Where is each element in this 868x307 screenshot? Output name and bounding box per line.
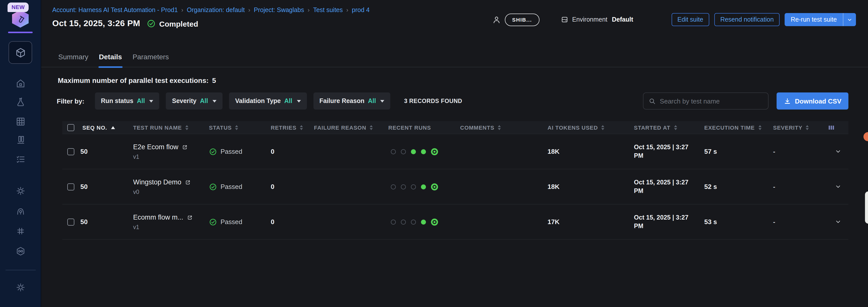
- test-run-name[interactable]: Wingstop Demo: [133, 178, 181, 186]
- check-circle-icon: [147, 19, 156, 28]
- expand-row-icon[interactable]: [835, 183, 841, 190]
- user-badge[interactable]: SHIB...: [504, 13, 539, 26]
- run-dot-filled[interactable]: [421, 184, 426, 189]
- column-settings-button[interactable]: [814, 123, 848, 131]
- table-row[interactable]: 50 Ecomm flow m... v1 Passed 0 17K Oct 1…: [62, 205, 848, 240]
- breadcrumb-test-suites[interactable]: Test suites: [313, 6, 343, 13]
- filter-value: All: [284, 97, 292, 104]
- run-dot-current[interactable]: [431, 148, 438, 155]
- rerun-test-suite-label: Re-run test suite: [785, 13, 843, 26]
- sidebar-item-account-settings[interactable]: [15, 282, 26, 293]
- col-seq-no[interactable]: SEQ NO.: [62, 124, 133, 131]
- run-dot-empty[interactable]: [401, 219, 406, 224]
- severity-filter[interactable]: Severity All: [166, 92, 222, 110]
- flask-icon: [15, 97, 25, 107]
- col-ai-tokens-used[interactable]: AI TOKENS USED: [548, 124, 634, 130]
- run-dot-empty[interactable]: [391, 219, 396, 224]
- col-failure-reason[interactable]: FAILURE REASON: [314, 124, 388, 130]
- col-label: STATUS: [209, 124, 232, 130]
- col-status[interactable]: STATUS: [209, 124, 268, 130]
- search-icon: [648, 97, 656, 105]
- run-dot-filled[interactable]: [421, 219, 426, 224]
- search-input[interactable]: [660, 97, 763, 105]
- col-execution-time[interactable]: EXECUTION TIME: [704, 124, 773, 130]
- tab-parameters[interactable]: Parameters: [132, 53, 169, 67]
- recent-runs: [388, 183, 460, 190]
- filter-value: All: [368, 97, 376, 104]
- expand-row-icon[interactable]: [835, 219, 841, 225]
- rerun-dropdown-toggle[interactable]: [843, 13, 856, 26]
- run-dot-empty[interactable]: [411, 184, 416, 189]
- col-started-at[interactable]: STARTED AT: [634, 124, 704, 130]
- sidebar-item-home[interactable]: [15, 78, 26, 89]
- row-checkbox[interactable]: [67, 218, 74, 225]
- failure-reason-filter[interactable]: Failure Reason All: [313, 92, 391, 110]
- tab-details[interactable]: Details: [98, 53, 123, 67]
- breadcrumb-current[interactable]: prod 4: [352, 6, 370, 13]
- run-dot-current[interactable]: [431, 218, 438, 225]
- breadcrumb-org[interactable]: Organization: default: [187, 6, 245, 13]
- col-comments[interactable]: COMMENTS: [460, 124, 548, 130]
- breadcrumb-project[interactable]: Project: Swaglabs: [254, 6, 304, 13]
- sort-icon: [806, 125, 809, 130]
- edit-suite-button[interactable]: Edit suite: [671, 13, 709, 26]
- run-dot-empty[interactable]: [391, 184, 396, 189]
- status-text: Passed: [220, 148, 242, 155]
- sidebar-item-settings[interactable]: [15, 185, 26, 196]
- run-dot-filled[interactable]: [411, 149, 416, 154]
- filter-bar: Filter by: Run status All Severity All V…: [57, 92, 848, 110]
- download-csv-button[interactable]: Download CSV: [776, 92, 848, 110]
- gear-icon: [15, 282, 25, 293]
- open-in-new-tab-icon[interactable]: [187, 214, 193, 220]
- status-text: Passed: [220, 183, 242, 190]
- download-csv-label: Download CSV: [795, 97, 841, 105]
- max-parallel-label: Maximum number of parallel test executio…: [58, 76, 209, 84]
- test-run-version: v1: [133, 224, 209, 230]
- sidebar-item-slack[interactable]: [15, 225, 26, 237]
- sidebar-item-incognito[interactable]: [15, 206, 26, 217]
- row-checkbox[interactable]: [67, 183, 74, 190]
- breadcrumb-account[interactable]: Account: Harness AI Test Automation - Pr…: [52, 6, 178, 13]
- sidebar-item-pipelines[interactable]: [15, 246, 26, 257]
- floating-widget-orange[interactable]: [864, 132, 868, 141]
- run-dot-empty[interactable]: [411, 219, 416, 224]
- expand-row-icon[interactable]: [835, 148, 841, 155]
- test-run-name[interactable]: Ecomm flow m...: [133, 214, 183, 221]
- test-run-version: v0: [133, 189, 209, 195]
- col-test-run-name[interactable]: TEST RUN NAME: [133, 124, 209, 130]
- table-row[interactable]: 50 Wingstop Demo v0 Passed 0 18K Oct 15,…: [62, 169, 848, 205]
- tab-summary[interactable]: Summary: [58, 53, 89, 67]
- table-row[interactable]: 50 E2e Ecom flow v1 Passed 0 18K Oct 15,…: [62, 134, 848, 169]
- sidebar-item-test-tubes[interactable]: [15, 134, 26, 145]
- max-parallel-value: 5: [212, 76, 216, 84]
- col-severity[interactable]: SEVERITY: [773, 124, 814, 130]
- select-all-checkbox[interactable]: [67, 124, 74, 131]
- sidebar-item-experiments[interactable]: [15, 96, 26, 108]
- rerun-test-suite-button[interactable]: Re-run test suite: [785, 13, 856, 26]
- run-dot-filled[interactable]: [421, 149, 426, 154]
- test-run-name[interactable]: E2e Ecom flow: [133, 143, 178, 151]
- harness-ata-logo[interactable]: [12, 10, 29, 28]
- resend-notification-button[interactable]: Resend notification: [714, 13, 780, 26]
- sidebar-item-grid[interactable]: [15, 116, 26, 127]
- run-status-filter[interactable]: Run status All: [95, 92, 159, 110]
- recent-runs: [388, 148, 460, 155]
- chevron-down-icon: [847, 17, 852, 22]
- sidebar-item-checklist[interactable]: [15, 154, 26, 165]
- sidebar-item-module-selected[interactable]: [8, 41, 32, 64]
- run-dot-empty[interactable]: [401, 184, 406, 189]
- filter-label: Validation Type: [235, 97, 281, 104]
- open-in-new-tab-icon[interactable]: [185, 179, 191, 185]
- row-checkbox[interactable]: [67, 148, 74, 155]
- run-dot-empty[interactable]: [391, 149, 396, 154]
- col-retries[interactable]: RETRIES: [268, 124, 314, 130]
- environment-selector[interactable]: Environment Default: [561, 16, 633, 24]
- open-in-new-tab-icon[interactable]: [182, 144, 188, 150]
- run-dot-empty[interactable]: [401, 149, 406, 154]
- col-label: EXECUTION TIME: [704, 124, 755, 130]
- breadcrumb-separator: ›: [346, 6, 348, 13]
- floating-widget-pill[interactable]: [865, 191, 868, 223]
- validation-type-filter[interactable]: Validation Type All: [229, 92, 307, 110]
- run-dot-current[interactable]: [431, 183, 438, 190]
- user-icon[interactable]: [492, 15, 501, 24]
